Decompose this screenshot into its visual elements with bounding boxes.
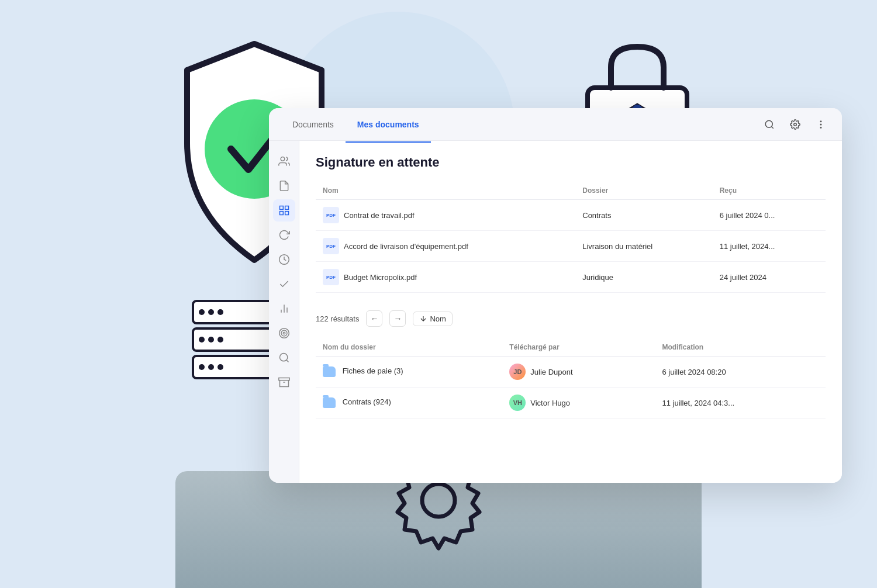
sidebar-icon-chart[interactable] [273,298,295,320]
search-button[interactable] [760,115,779,134]
tab-mes-documents[interactable]: Mes documents [346,114,431,135]
svg-point-41 [279,354,287,361]
top-nav: Documents Mes documents [269,108,842,141]
svg-point-6 [208,309,214,315]
svg-point-39 [281,330,287,336]
folder-modification-cell: 6 juillet 2024 08:20 [655,357,826,388]
settings-button[interactable] [786,115,805,134]
doc-dossier-cell: Juridique [575,262,712,293]
svg-point-12 [208,337,214,343]
sidebar-icon-check[interactable] [273,273,295,295]
svg-point-13 [217,337,223,343]
pdf-icon: PDF [323,269,339,285]
results-count: 122 résultats [316,314,359,323]
svg-point-7 [217,309,223,315]
avatar: VH [509,395,526,411]
sort-label: Nom [430,314,446,323]
section-title: Signature en attente [316,155,826,170]
pdf-icon: PDF [323,207,339,223]
avatar: JD [509,364,526,380]
search-icon [764,119,775,130]
svg-point-25 [794,123,797,126]
list-item[interactable]: Contrats (924) VH Victor Hugo 11 juillet… [316,388,826,418]
prev-page-button[interactable]: ← [366,310,382,327]
doc-recu-cell: 24 juillet 2024 [713,262,826,293]
svg-line-24 [771,126,773,128]
folder-modification-cell: 11 juillet, 2024 04:3... [655,388,826,418]
svg-point-18 [208,364,214,370]
settings-icon [790,119,800,130]
pagination-bar: 122 résultats ← → Nom [316,305,826,338]
more-button[interactable] [812,115,830,134]
svg-rect-43 [278,378,289,381]
tab-documents[interactable]: Documents [281,114,346,135]
folders-table: Nom du dossier Téléchargé par Modificati… [316,338,826,418]
table-row[interactable]: PDF Budget Micropolix.pdf Juridique 24 j… [316,262,826,293]
table-row[interactable]: PDF Accord de livraison d'équipement.pdf… [316,231,826,262]
sidebar-icon-grid[interactable] [273,199,295,222]
content-panel: Signature en attente Nom Dossier Reçu PD… [299,141,842,483]
svg-rect-33 [285,212,288,215]
svg-point-40 [283,332,285,334]
table-row[interactable]: PDF Contrat de travail.pdf Contrats 6 ju… [316,200,826,231]
doc-name-cell: PDF Contrat de travail.pdf [316,200,575,231]
doc-name-cell: PDF Accord de livraison d'équipement.pdf [316,231,575,262]
next-page-button[interactable]: → [389,310,406,327]
svg-rect-32 [279,212,283,215]
folder-uploader-cell: VH Victor Hugo [502,388,655,418]
svg-point-5 [199,309,205,315]
sort-icon [419,314,427,323]
svg-line-42 [286,360,288,362]
sidebar-icon-target[interactable] [273,322,295,344]
svg-rect-30 [279,206,283,210]
svg-point-28 [820,127,821,128]
svg-point-27 [820,124,821,125]
folder-icon [323,397,336,408]
svg-point-22 [422,484,455,517]
sidebar [269,141,299,483]
col-dossier: Dossier [575,182,712,200]
svg-rect-31 [285,206,288,210]
sidebar-icon-search2[interactable] [273,347,295,369]
nav-tabs: Documents Mes documents [281,114,760,135]
sidebar-icon-archive[interactable] [273,371,295,393]
main-ui-card: Documents Mes documents [269,108,842,483]
main-content: Signature en attente Nom Dossier Reçu PD… [269,141,842,483]
doc-recu-cell: 11 juillet, 2024... [713,231,826,262]
sidebar-icon-refresh[interactable] [273,224,295,246]
folder-name-cell: Contrats (924) [316,388,502,418]
doc-dossier-cell: Contrats [575,200,712,231]
svg-point-26 [820,121,821,122]
svg-point-19 [217,364,223,370]
sort-button[interactable]: Nom [413,312,452,326]
pdf-icon: PDF [323,238,339,254]
svg-point-23 [765,120,772,127]
doc-dossier-cell: Livraison du matériel [575,231,712,262]
svg-point-11 [199,337,205,343]
nav-icons [760,115,830,134]
folder-name-cell: Fiches de paie (3) [316,357,502,388]
sidebar-icon-users[interactable] [273,150,295,172]
folder-uploader-cell: JD Julie Dupont [502,357,655,388]
col-uploaded-by: Téléchargé par [502,338,655,357]
doc-name-cell: PDF Budget Micropolix.pdf [316,262,575,293]
sidebar-icon-file[interactable] [273,175,295,197]
svg-point-38 [279,328,289,338]
sidebar-icon-clock[interactable] [273,248,295,271]
svg-point-29 [281,157,285,161]
col-modification: Modification [655,338,826,357]
col-folder-name: Nom du dossier [316,338,502,357]
more-icon [816,119,826,130]
col-nom: Nom [316,182,575,200]
col-recu: Reçu [713,182,826,200]
doc-recu-cell: 6 juillet 2024 0... [713,200,826,231]
folder-icon [323,366,336,377]
list-item[interactable]: Fiches de paie (3) JD Julie Dupont 6 jui… [316,357,826,388]
documents-table: Nom Dossier Reçu PDF Contrat de travail.… [316,182,826,293]
svg-point-17 [199,364,205,370]
